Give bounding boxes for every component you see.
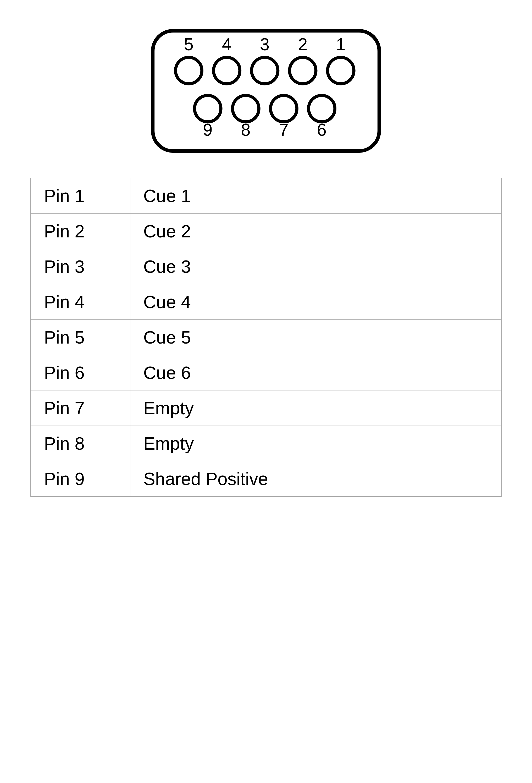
svg-point-12 xyxy=(232,95,259,122)
svg-point-7 xyxy=(213,57,240,84)
pin-description: Shared Positive xyxy=(130,461,501,497)
svg-point-11 xyxy=(195,95,221,122)
pin-description: Empty xyxy=(130,390,501,426)
svg-point-13 xyxy=(270,95,297,122)
svg-point-10 xyxy=(328,57,354,84)
pin-label: Pin 6 xyxy=(31,355,130,390)
pin-description: Cue 1 xyxy=(130,178,501,214)
table-row: Pin 3Cue 3 xyxy=(31,249,501,284)
connector-diagram: 5 4 3 2 1 9 8 7 6 xyxy=(148,26,384,157)
svg-text:4: 4 xyxy=(222,35,232,54)
pin-description: Cue 4 xyxy=(130,284,501,319)
pin-table: Pin 1Cue 1Pin 2Cue 2Pin 3Cue 3Pin 4Cue 4… xyxy=(30,178,502,497)
pin-label: Pin 1 xyxy=(31,178,130,214)
table-row: Pin 5Cue 5 xyxy=(31,319,501,355)
svg-text:3: 3 xyxy=(260,35,270,54)
svg-text:9: 9 xyxy=(203,120,212,139)
pin-label: Pin 3 xyxy=(31,249,130,284)
svg-point-14 xyxy=(309,95,335,122)
svg-text:2: 2 xyxy=(298,35,308,54)
table-row: Pin 7Empty xyxy=(31,390,501,426)
pin-label: Pin 5 xyxy=(31,319,130,355)
pin-label: Pin 2 xyxy=(31,213,130,249)
svg-text:7: 7 xyxy=(279,120,289,139)
pin-label: Pin 8 xyxy=(31,426,130,461)
table-row: Pin 2Cue 2 xyxy=(31,213,501,249)
pin-description: Cue 6 xyxy=(130,355,501,390)
svg-point-6 xyxy=(176,57,202,84)
pin-description: Cue 2 xyxy=(130,213,501,249)
db9-svg: 5 4 3 2 1 9 8 7 6 xyxy=(148,26,384,156)
table-row: Pin 4Cue 4 xyxy=(31,284,501,319)
table-row: Pin 9Shared Positive xyxy=(31,461,501,497)
table-row: Pin 1Cue 1 xyxy=(31,178,501,214)
pin-description: Cue 3 xyxy=(130,249,501,284)
svg-point-9 xyxy=(290,57,316,84)
svg-text:8: 8 xyxy=(241,120,251,139)
pin-description: Cue 5 xyxy=(130,319,501,355)
pin-label: Pin 4 xyxy=(31,284,130,319)
svg-text:5: 5 xyxy=(184,35,194,54)
svg-text:1: 1 xyxy=(336,35,345,54)
table-row: Pin 8Empty xyxy=(31,426,501,461)
pin-description: Empty xyxy=(130,426,501,461)
table-row: Pin 6Cue 6 xyxy=(31,355,501,390)
pin-label: Pin 7 xyxy=(31,390,130,426)
svg-point-8 xyxy=(252,57,278,84)
pin-label: Pin 9 xyxy=(31,461,130,497)
svg-text:6: 6 xyxy=(317,120,327,139)
